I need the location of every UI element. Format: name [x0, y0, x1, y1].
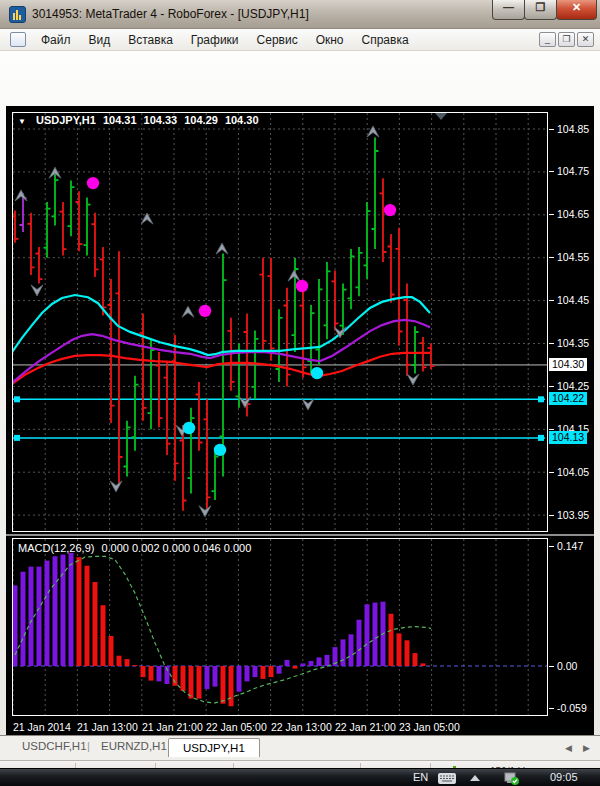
fractal-up-arrow-icon [182, 306, 194, 317]
time-label: 23 Jan 05:00 [399, 721, 460, 733]
chart-dropdown-icon[interactable]: ▼ [18, 117, 26, 126]
macd-label: MACD(12,26,9)0.000 0.002 0.000 0.046 0.0… [18, 542, 258, 554]
fractal-down-arrow-icon [239, 397, 251, 408]
price-tick: 104.65 [557, 208, 589, 220]
fractal-up-arrow-icon [15, 190, 27, 201]
chart-window-icon [10, 32, 26, 47]
tab-EURNZD,H1[interactable]: EURNZD,H1 [101, 740, 167, 752]
fractal-down-arrow-icon [31, 285, 43, 296]
current-price-label: 104.30 [549, 358, 587, 371]
sell-signal-dot [296, 280, 308, 292]
price-tick: 104.05 [557, 466, 589, 478]
price-tick: 104.35 [557, 337, 589, 349]
maximize-button[interactable]: ❐ [524, 0, 557, 20]
time-axis[interactable]: 21 Jan 201421 Jan 13:0021 Jan 21:0022 Ja… [12, 716, 548, 735]
price-scale[interactable]: 104.85104.75104.65104.55104.45104.35104.… [548, 106, 594, 735]
menu-Вставка[interactable]: Вставка [119, 29, 182, 51]
tab-scroll-left[interactable]: ◀ [565, 743, 572, 753]
window-title: 3014953: MetaTrader 4 - RoboForex - [USD… [32, 7, 309, 21]
taskbar: EN 09:05 [0, 768, 600, 786]
app-icon [9, 6, 26, 23]
macd-max-label: 0.147 [557, 540, 583, 552]
minimize-button[interactable]: — [492, 0, 525, 20]
tray-status-icon[interactable] [504, 772, 520, 785]
mdi-restore-button[interactable]: ❐ [558, 32, 575, 47]
show-hidden-icons-button[interactable] [470, 775, 480, 781]
level-price-label: 104.22 [549, 392, 587, 405]
price-tick: 104.55 [557, 251, 589, 263]
keyboard-icon[interactable] [438, 773, 456, 784]
chart-tab-bar: USDCHF,H1 | EURNZD,H1 USDJPY,H1 ◀ ▶ [0, 735, 600, 760]
fractal-up-arrow-icon [141, 213, 153, 224]
clock[interactable]: 09:05 [550, 771, 578, 783]
price-tick: 103.95 [557, 509, 589, 521]
tab-USDJPY,H1[interactable]: USDJPY,H1 [168, 738, 260, 757]
chart-symbol-label: ▼ USDJPY,H1104.31104.33104.29104.30 [18, 114, 266, 126]
time-label: 21 Jan 13:00 [77, 721, 138, 733]
menu-Вид[interactable]: Вид [80, 29, 120, 51]
menu-Сервис[interactable]: Сервис [248, 29, 307, 51]
fractal-up-arrow-icon [216, 243, 228, 254]
buy-signal-dot [183, 422, 195, 434]
tab-scroll-right[interactable]: ▶ [583, 743, 590, 753]
level-price-label: 104.13 [549, 431, 587, 444]
mdi-minimize-button[interactable]: _ [539, 32, 556, 47]
menu-Графики[interactable]: Графики [182, 29, 248, 51]
price-tick: 104.75 [557, 165, 589, 177]
language-indicator[interactable]: EN [413, 771, 428, 783]
time-label: 22 Jan 21:00 [335, 721, 396, 733]
title-bar: 3014953: MetaTrader 4 - RoboForex - [USD… [0, 0, 600, 29]
sell-signal-dot [199, 305, 211, 317]
time-label: 21 Jan 2014 [13, 721, 71, 733]
fractal-down-arrow-icon [110, 481, 122, 492]
macd-min-label: -0.059 [557, 702, 587, 714]
fractal-up-arrow-icon [367, 126, 379, 137]
macd-zero-label: 0.00 [557, 660, 577, 672]
menu-Окно[interactable]: Окно [307, 29, 353, 51]
buy-signal-dot [214, 444, 226, 456]
time-label: 21 Jan 21:00 [142, 721, 203, 733]
macd-indicator[interactable] [12, 538, 548, 716]
menu-Справка[interactable]: Справка [353, 29, 418, 51]
chart-area: ▼ USDJPY,H1104.31104.33104.29104.30 MACD… [6, 106, 594, 735]
tab-USDCHF,H1[interactable]: USDCHF,H1 [22, 740, 87, 752]
menu-Файл[interactable]: Файл [32, 29, 80, 51]
mdi-close-button[interactable]: ✕ [577, 32, 594, 47]
macd-histogram [13, 553, 426, 706]
time-label: 22 Jan 05:00 [206, 721, 267, 733]
sell-signal-dot [87, 177, 99, 189]
sell-signal-dot [384, 204, 396, 216]
panel-splitter[interactable] [6, 534, 594, 536]
price-chart[interactable] [12, 112, 548, 532]
price-tick: 104.45 [557, 294, 589, 306]
menu-bar: ФайлВидВставкаГрафикиСервисОкноСправка _… [0, 29, 600, 51]
buy-signal-dot [311, 367, 323, 379]
fractal-down-arrow-icon [302, 399, 314, 410]
time-label: 22 Jan 13:00 [271, 721, 332, 733]
fractal-up-arrow-icon [288, 270, 300, 281]
price-tick: 104.25 [557, 380, 589, 392]
chart-shift-marker [435, 113, 447, 120]
fractal-down-arrow-icon [407, 374, 419, 385]
close-button[interactable]: ✕ [556, 0, 597, 20]
price-tick: 104.85 [557, 123, 589, 135]
